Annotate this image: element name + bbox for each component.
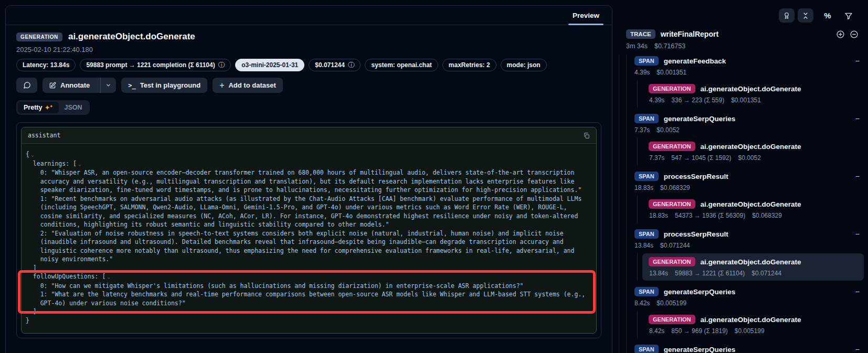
collapse-node-button[interactable]: − xyxy=(854,287,861,296)
annotate-label: Annotate xyxy=(60,81,90,89)
annotate-button-main[interactable]: Annotate xyxy=(43,78,96,93)
generation-duration: 18.83s xyxy=(649,212,668,219)
filter-button[interactable] xyxy=(842,9,855,23)
metadata-pill[interactable]: mode: json xyxy=(501,59,547,71)
span-row[interactable]: SPAN generateSerpQueries − xyxy=(634,112,861,125)
expand-all-button[interactable] xyxy=(836,30,845,39)
copy-icon xyxy=(583,132,590,139)
output-card: assistant {⌄learnings: [⌄0: "Whisper ASR… xyxy=(16,122,601,338)
generation-tokens: 336 → 223 (Σ 559) xyxy=(671,97,724,104)
metrics-toggle-button[interactable]: % xyxy=(821,9,834,23)
collapse-node-button[interactable]: − xyxy=(854,172,861,180)
generation-cost: $0.001351 xyxy=(731,97,761,104)
json-label: JSON xyxy=(65,104,82,111)
generation-duration: 7.37s xyxy=(649,154,664,162)
code-line: 0: "Whisper ASR, an open-source encoder–… xyxy=(26,168,591,195)
span-metrics: 7.37s $0.0052 xyxy=(634,126,861,134)
generation-metrics: 13.84s 59883 → 1221 (Σ 61104) $0.071244 xyxy=(649,270,858,277)
code-line: 0: "How can we mitigate Whisper's limita… xyxy=(26,282,591,291)
generation-row[interactable]: GENERATION ai.generateObject.doGenerate … xyxy=(642,253,864,281)
metadata-pill[interactable]: maxRetries: 2 xyxy=(442,59,496,71)
plus-icon: + xyxy=(219,81,224,90)
add-to-dataset-button[interactable]: + Add to dataset xyxy=(213,78,283,93)
collapse-node-button[interactable]: − xyxy=(854,114,861,123)
span-name: generateFeedback xyxy=(664,57,726,65)
span-metrics: 13.84s $0.071244 xyxy=(634,242,861,249)
span-name: generateSerpQueries xyxy=(664,346,736,353)
pill-label: o3-mini-2025-01-31 xyxy=(241,61,298,69)
test-in-playground-button[interactable]: >_ Test in playground xyxy=(121,78,207,93)
generation-name: ai.generateObject.doGenerate xyxy=(701,200,801,208)
generation-name: ai.generateObject.doGenerate xyxy=(701,258,801,266)
code-line: 1: "Recent benchmarks on adversarial aud… xyxy=(26,195,591,229)
span-row[interactable]: SPAN generateSerpQueries − xyxy=(634,343,861,353)
award-icon xyxy=(783,12,790,19)
toggle-json[interactable]: JSON xyxy=(59,102,88,113)
annotate-dropdown-toggle[interactable] xyxy=(100,78,116,93)
collapse-node-button[interactable]: − xyxy=(854,345,861,353)
generation-tokens: 547 → 1045 (Σ 1592) xyxy=(671,154,731,162)
tab-preview[interactable]: Preview xyxy=(564,6,608,25)
scores-button[interactable] xyxy=(779,8,795,23)
metadata-pill[interactable]: 59883 prompt → 1221 completion (Σ 61104)… xyxy=(80,59,231,71)
generation-row[interactable]: GENERATION ai.generateObject.doGenerate … xyxy=(642,80,864,108)
metadata-pill[interactable]: Latency: 13.84s xyxy=(16,59,76,71)
copy-button[interactable] xyxy=(583,132,590,139)
span-row[interactable]: SPAN generateSerpQueries − xyxy=(634,285,861,298)
observation-detail: GENERATION ai.generateObject.doGenerate … xyxy=(6,25,612,338)
span-row[interactable]: SPAN processSerpResult − xyxy=(634,170,861,183)
collapse-node-button[interactable]: − xyxy=(854,57,861,65)
span-children: GENERATION ai.generateObject.doGenerate … xyxy=(637,80,861,108)
generation-row[interactable]: GENERATION ai.generateObject.doGenerate … xyxy=(642,311,864,338)
annotate-button[interactable]: Annotate xyxy=(43,78,116,93)
code-line: 1: "What are the latency benchmarks and … xyxy=(26,290,591,307)
generation-duration: 4.39s xyxy=(649,97,664,104)
span-tree: SPAN generateFeedback − 4.39s $0.001351 … xyxy=(617,55,868,353)
collapse-tree-button[interactable] xyxy=(850,30,859,39)
span-group: SPAN generateSerpQueries − 8.42s $0.0051… xyxy=(634,285,861,338)
observation-preview-panel: Preview GENERATION ai.generateObject.doG… xyxy=(5,5,612,353)
app-window: Preview GENERATION ai.generateObject.doG… xyxy=(0,0,868,353)
trace-header-row[interactable]: TRACE writeFinalReport xyxy=(617,23,868,39)
collapse-caret-icon[interactable]: ⌄ xyxy=(31,152,34,157)
generation-type-badge: GENERATION xyxy=(649,257,695,266)
span-row[interactable]: SPAN processSerpResult − xyxy=(634,228,861,240)
collapse-all-button[interactable] xyxy=(798,8,813,23)
generation-metrics: 4.39s 336 → 223 (Σ 559) $0.001351 xyxy=(649,97,858,104)
collapse-caret-icon[interactable]: ⌄ xyxy=(107,274,110,280)
pencil-square-icon xyxy=(49,82,56,89)
assistant-message-block: assistant {⌄learnings: [⌄0: "Whisper ASR… xyxy=(21,127,597,334)
trace-cost: $0.716753 xyxy=(654,42,685,50)
preview-tab-bar: Preview xyxy=(6,6,612,25)
info-icon[interactable]: ⓘ xyxy=(348,62,355,69)
span-type-badge: SPAN xyxy=(634,287,659,296)
comments-button[interactable] xyxy=(16,78,37,93)
span-duration: 7.37s xyxy=(634,126,650,134)
span-cost: $0.068329 xyxy=(660,184,690,191)
generation-row[interactable]: GENERATION ai.generateObject.doGenerate … xyxy=(642,138,864,165)
generation-cost: $0.071244 xyxy=(751,270,781,277)
span-row[interactable]: SPAN generateFeedback − xyxy=(634,55,861,67)
span-children: GENERATION ai.generateObject.doGenerate … xyxy=(637,196,861,223)
generation-tokens: 54373 → 1936 (Σ 56309) xyxy=(675,212,745,219)
generation-metrics: 7.37s 547 → 1045 (Σ 1592) $0.0052 xyxy=(649,154,858,162)
span-type-badge: SPAN xyxy=(634,345,659,353)
metadata-pill[interactable]: system: openai.chat xyxy=(365,59,438,71)
code-line: learnings: [⌄ xyxy=(26,159,591,169)
toggle-pretty[interactable]: Pretty ✦✦ xyxy=(18,102,59,113)
generation-cost: $0.068329 xyxy=(752,212,782,219)
span-duration: 13.84s xyxy=(634,242,653,249)
span-type-badge: SPAN xyxy=(634,172,659,181)
chat-bubble-icon xyxy=(23,81,31,89)
metadata-pill[interactable]: o3-mini-2025-01-31 xyxy=(235,59,304,71)
generation-title-row: GENERATION ai.generateObject.doGenerate xyxy=(649,142,858,151)
collapse-node-button[interactable]: − xyxy=(854,230,861,238)
span-metrics: 4.39s $0.001351 xyxy=(634,69,861,76)
span-group: SPAN generateSerpQueries − 7.37s $0.0052… xyxy=(634,112,861,165)
collapse-caret-icon[interactable]: ⌄ xyxy=(78,161,81,167)
generation-row[interactable]: GENERATION ai.generateObject.doGenerate … xyxy=(642,196,864,223)
metadata-pill[interactable]: $0.071244 ⓘ xyxy=(309,59,361,71)
observation-title: ai.generateObject.doGenerate xyxy=(68,31,195,42)
pill-label: mode: json xyxy=(507,61,541,69)
info-icon[interactable]: ⓘ xyxy=(218,62,225,69)
